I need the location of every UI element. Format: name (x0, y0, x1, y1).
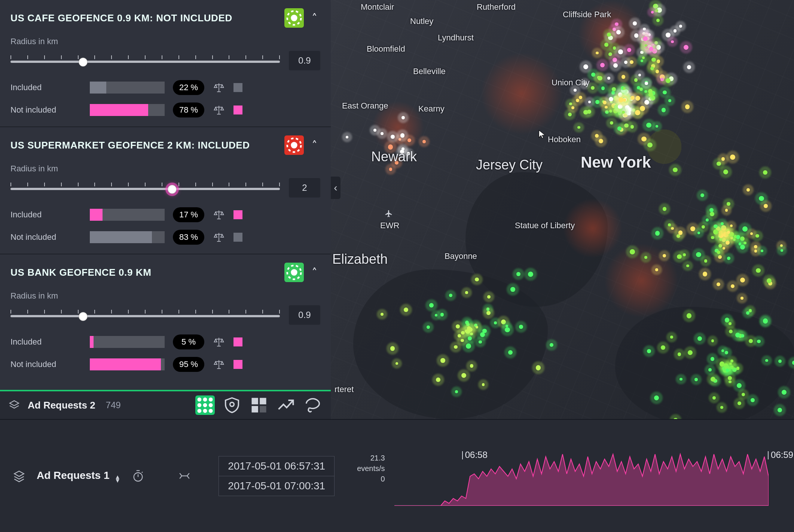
data-point (468, 336, 472, 340)
radius-value[interactable]: 0.9 (289, 51, 320, 70)
footer-layer-title[interactable]: Ad Requests 1 ▲▼ (37, 470, 120, 483)
lasso-view-button[interactable] (303, 395, 323, 415)
data-point (494, 321, 497, 324)
data-point (613, 63, 618, 68)
chevron-up-icon[interactable]: ˄ (308, 139, 320, 152)
panel-cafe: US CAFE GEOFENCE 0.9 KM: NOT INCLUDED ˄ … (0, 0, 331, 126)
data-point (487, 295, 491, 299)
chevron-up-icon[interactable]: ˄ (308, 266, 320, 279)
grid-view-button[interactable] (195, 395, 215, 415)
radius-slider[interactable] (10, 308, 280, 322)
map-label: Jersey City (476, 157, 543, 173)
data-point (617, 126, 621, 130)
timeline-chart[interactable]: 21.3 events/s 0 06:5806:59 (349, 446, 787, 506)
data-point (638, 74, 641, 76)
data-point (601, 86, 605, 90)
svg-point-11 (209, 403, 213, 407)
data-point (642, 56, 645, 59)
balance-icon[interactable] (213, 104, 225, 116)
geofence-icon[interactable] (284, 135, 304, 155)
data-point (739, 242, 742, 245)
panel-title[interactable]: US CAFE GEOFENCE 0.9 KM: NOT INCLUDED (10, 12, 280, 24)
color-swatch[interactable] (233, 233, 242, 242)
map-label: Bloomfield (367, 44, 405, 54)
time-from[interactable]: 2017-05-01 06:57:31 (219, 456, 334, 476)
data-point (643, 36, 648, 41)
radius-value[interactable]: 0.9 (289, 305, 320, 325)
shield-view-button[interactable] (222, 395, 242, 415)
panel-title[interactable]: US BANK GEOFENCE 0.9 KM (10, 267, 280, 278)
data-point (685, 104, 690, 109)
data-point (763, 318, 768, 323)
geofence-icon[interactable] (284, 263, 304, 282)
panel-title[interactable]: US SUPERMARKET GEOFENCE 2 KM: INCLUDED (10, 140, 280, 151)
split-row-0: Included 17 % (10, 205, 320, 224)
slider-thumb[interactable] (79, 58, 88, 67)
sort-caret-icon[interactable]: ▲▼ (114, 475, 120, 483)
data-point (723, 169, 728, 174)
balance-icon[interactable] (213, 82, 225, 93)
split-label: Not included (10, 360, 82, 369)
color-swatch[interactable] (233, 360, 242, 369)
data-point (721, 157, 725, 161)
data-point (396, 362, 398, 365)
tiles-view-button[interactable] (249, 395, 269, 415)
data-point (674, 29, 677, 33)
data-point (486, 311, 491, 315)
data-point (624, 61, 627, 64)
stopwatch-icon[interactable] (132, 470, 144, 482)
data-point (436, 377, 441, 382)
data-point (401, 116, 405, 120)
balance-icon[interactable] (213, 359, 225, 370)
time-to[interactable]: 2017-05-01 07:00:31 (219, 476, 334, 496)
geofence-icon[interactable] (284, 8, 304, 28)
top-area: US CAFE GEOFENCE 0.9 KM: NOT INCLUDED ˄ … (0, 0, 794, 419)
radius-value[interactable]: 2 (289, 178, 320, 198)
data-point (720, 406, 723, 409)
data-point (726, 241, 730, 245)
sidebar-collapse-button[interactable]: ‹ (331, 177, 340, 199)
svg-point-3 (292, 143, 297, 148)
balance-icon[interactable] (213, 209, 225, 220)
layer-title[interactable]: Ad Requests 2 (28, 400, 95, 411)
data-point (607, 77, 610, 80)
trend-view-button[interactable] (276, 395, 296, 415)
balance-icon[interactable] (213, 336, 225, 348)
data-point (711, 377, 715, 382)
sidebar-bottom: Ad Requests 2 749 (0, 390, 331, 419)
data-point (654, 395, 659, 400)
balance-icon[interactable] (213, 232, 225, 243)
color-swatch[interactable] (233, 337, 242, 346)
radius-slider[interactable] (10, 180, 280, 195)
data-point (686, 265, 689, 267)
svg-rect-19 (260, 406, 266, 412)
data-point (510, 287, 515, 292)
color-swatch[interactable] (233, 106, 242, 114)
data-point (730, 360, 733, 363)
data-point (729, 380, 731, 383)
data-point (679, 25, 682, 28)
svg-point-5 (292, 270, 297, 275)
slider-thumb[interactable] (79, 312, 88, 321)
data-point (678, 352, 681, 356)
map-label: Nutley (410, 16, 433, 26)
map-label: Kearny (418, 104, 445, 114)
data-point (782, 390, 787, 395)
radius-slider[interactable] (10, 53, 280, 68)
data-point (609, 97, 613, 101)
split-pct: 17 % (173, 207, 204, 222)
data-point (717, 282, 720, 286)
map[interactable]: ‹ MontclairNutleyRutherfordCliffside Par… (331, 0, 794, 419)
panel-bank: US BANK GEOFENCE 0.9 KM ˄ Radius in km 0… (0, 254, 331, 381)
chevron-up-icon[interactable]: ˄ (308, 12, 320, 25)
color-swatch[interactable] (233, 83, 242, 92)
layers-icon (13, 470, 25, 482)
data-point (468, 327, 473, 332)
data-point (711, 339, 714, 342)
split-label: Not included (10, 232, 82, 242)
time-range[interactable]: 2017-05-01 06:57:31 2017-05-01 07:00:31 (219, 456, 335, 496)
color-swatch[interactable] (233, 210, 242, 219)
data-point (700, 193, 704, 197)
shuffle-icon[interactable] (178, 470, 191, 482)
slider-thumb[interactable] (168, 185, 177, 194)
